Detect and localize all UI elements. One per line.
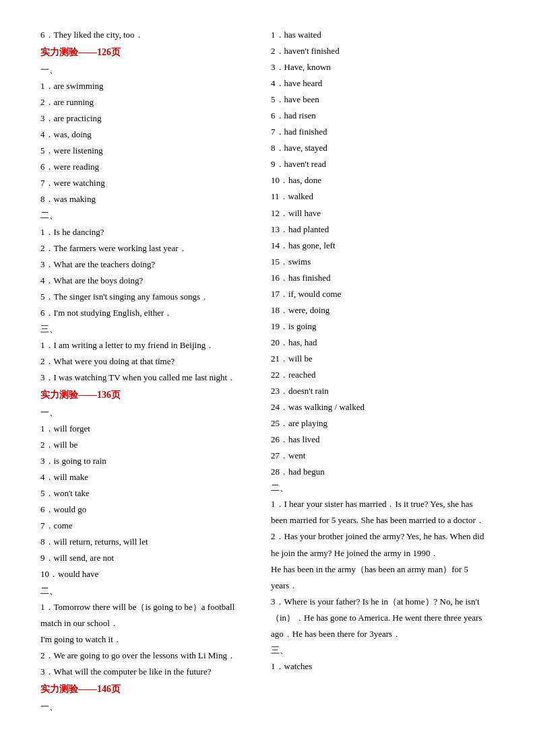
list-item: 2．Has your brother joined the army? Yes,…: [271, 528, 488, 561]
list-item: 4．What are the boys doing?: [40, 273, 257, 289]
list-item: 12．will have: [271, 205, 488, 221]
list-item: 1．will forget: [40, 421, 257, 437]
list-item: 13．had planted: [271, 221, 488, 238]
list-item: 25．are playing: [271, 415, 488, 432]
list-item: 2．What were you doing at that time?: [40, 353, 257, 370]
list-item: 19．is going: [271, 318, 488, 335]
sub-header: 一、: [40, 62, 257, 78]
list-item: 3．What are the teachers doing?: [40, 256, 257, 273]
list-item: 3．I was watching TV when you called me l…: [40, 370, 257, 386]
list-item: 6．had risen: [271, 108, 488, 124]
sub-header: 二、: [40, 207, 257, 224]
list-item: I'm going to watch it．: [40, 631, 257, 648]
list-item: 17．if, would come: [271, 286, 488, 302]
sub-header: 三、: [271, 642, 488, 658]
list-item: 22．reached: [271, 367, 488, 383]
list-item: 6．They liked the city, too．: [40, 27, 257, 43]
list-item: 2．are running: [40, 94, 257, 110]
list-item: 6．would go: [40, 502, 257, 518]
list-item: 5．The singer isn't singing any famous so…: [40, 289, 257, 305]
list-item: 9．haven't read: [271, 156, 488, 172]
list-item: 24．was walking / walked: [271, 399, 488, 415]
list-item: 5．were listening: [40, 143, 257, 159]
list-item: 4．will make: [40, 469, 257, 485]
list-item: 4．was, doing: [40, 127, 257, 143]
list-item: 6．were reading: [40, 159, 257, 175]
list-item: 10．has, done: [271, 172, 488, 188]
list-item: 2．haven't finished: [271, 43, 488, 59]
right-column: 1．has waited2．haven't finished3．Have, kn…: [264, 27, 495, 715]
list-item: 14．has gone, left: [271, 238, 488, 254]
list-item: 2．We are going to go over the lessons wi…: [40, 648, 257, 664]
list-item: 8．have, stayed: [271, 140, 488, 156]
list-item: 21．will be: [271, 351, 488, 367]
section-header: 实力测验——146页: [40, 680, 257, 699]
list-item: 11．walked: [271, 188, 488, 205]
list-item: 7．had finished: [271, 124, 488, 140]
list-item: 4．have heard: [271, 75, 488, 92]
list-item: 18．were, doing: [271, 302, 488, 318]
list-item: 20．has, had: [271, 335, 488, 351]
list-item: 15．swims: [271, 254, 488, 270]
list-item: 5．won't take: [40, 485, 257, 502]
sub-header: 一、: [40, 699, 257, 715]
list-item: 3．What will the computer be like in the …: [40, 664, 257, 680]
sub-header: 二、: [40, 583, 257, 599]
list-item: 3．Where is your father? Is he in（at home…: [271, 594, 488, 642]
list-item: 1．I am writing a letter to my friend in …: [40, 337, 257, 353]
left-column: 6．They liked the city, too．实力测验——126页一、1…: [40, 27, 264, 715]
list-item: 1．I hear your sister has married．Is it t…: [271, 496, 488, 528]
list-item: 10．would have: [40, 566, 257, 582]
list-item: 3．Have, known: [271, 59, 488, 75]
list-item: 7．were watching: [40, 175, 257, 191]
sub-header: 二、: [271, 480, 488, 496]
list-item: 27．went: [271, 448, 488, 464]
list-item: 3．are practicing: [40, 110, 257, 127]
list-item: 9．will send, are not: [40, 550, 257, 566]
list-item: 7．come: [40, 518, 257, 534]
list-item: 1．Is he dancing?: [40, 224, 257, 240]
list-item: 6．I'm not studying English, either．: [40, 305, 257, 321]
list-item: 8．was making: [40, 191, 257, 207]
sub-header: 一、: [40, 405, 257, 421]
list-item: He has been in the army（has been an army…: [271, 561, 488, 594]
list-item: 26．has lived: [271, 432, 488, 448]
list-item: 5．have been: [271, 92, 488, 108]
list-item: 1．watches: [271, 658, 488, 675]
list-item: 1．Tomorrow there will be（is going to be）…: [40, 599, 257, 631]
list-item: 2．The farmers were working last year．: [40, 240, 257, 256]
section-header: 实力测验——136页: [40, 386, 257, 405]
list-item: 16．has finished: [271, 270, 488, 286]
sub-header: 三、: [40, 321, 257, 337]
list-item: 28．had begun: [271, 464, 488, 480]
list-item: 23．doesn't rain: [271, 383, 488, 399]
section-header: 实力测验——126页: [40, 43, 257, 62]
list-item: 3．is going to rain: [40, 453, 257, 469]
list-item: 8．will return, returns, will let: [40, 534, 257, 550]
page-content: 6．They liked the city, too．实力测验——126页一、1…: [40, 27, 495, 715]
list-item: 1．are swimming: [40, 78, 257, 94]
list-item: 2．will be: [40, 437, 257, 453]
list-item: 1．has waited: [271, 27, 488, 43]
